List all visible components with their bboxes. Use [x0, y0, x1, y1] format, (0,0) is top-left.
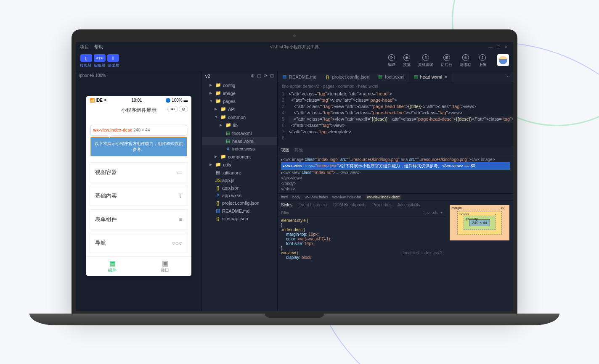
clear-cache-button[interactable]: 🗑清缓存 [460, 54, 471, 68]
css-rules[interactable]: element.style {}.index-desc {</span>marg… [278, 216, 446, 311]
close-tab-icon[interactable]: ✕ [444, 74, 448, 79]
file-item[interactable]: ▤.gitignore [202, 169, 277, 177]
file-icon: {} [215, 185, 220, 190]
window-minimize-icon[interactable]: — [488, 45, 493, 49]
folder-item[interactable]: ▶📁lib [202, 121, 277, 129]
menu-help[interactable]: 帮助 [94, 44, 103, 50]
devtab-other[interactable]: 其他 [294, 147, 303, 153]
simulator-device-label[interactable]: iphone6 100% [76, 71, 201, 79]
dom-node[interactable]: ▸<wx-view class="index-bd">…</wx-view> [281, 170, 510, 175]
refresh-icon[interactable]: ⟳ [264, 73, 268, 79]
devtab-view[interactable]: 视图 [281, 147, 289, 153]
new-file-icon[interactable]: ⊕ [251, 73, 254, 79]
dom-node[interactable]: </body> [281, 181, 510, 186]
menu-item[interactable]: 视图容器▭ [90, 162, 188, 182]
styles-tab[interactable]: DOM Breakpoints [333, 203, 366, 207]
laptop-frame: 项目 帮助 v2-FinClip小程序开发工具 — ▢ ✕ ▯ </> ⫴ [72, 29, 517, 325]
dom-tree[interactable]: ▸<wx-image class="index-logo" src="../re… [278, 155, 513, 193]
menu-item[interactable]: 表单组件≡ [90, 209, 188, 229]
avatar-icon [499, 56, 507, 64]
dom-crumb[interactable]: body [292, 195, 301, 199]
styles-filter-input[interactable] [281, 211, 422, 215]
folder-item[interactable]: ▶📁config [202, 81, 277, 89]
eye-icon: ◉ [403, 54, 410, 61]
status-time: 10:01 [132, 98, 142, 103]
file-item[interactable]: {}app.json [202, 184, 277, 192]
dom-crumb[interactable]: wx-view.index-desc [366, 195, 402, 200]
folder-item[interactable]: ▼📁common [202, 113, 277, 121]
editor-tab[interactable]: ▤head.wxml✕ [409, 71, 452, 82]
menu-item-icon: 𝕋 [178, 193, 183, 199]
folder-item[interactable]: ▼📁pages [202, 97, 277, 105]
file-item[interactable]: ▤README.md [202, 207, 277, 215]
tab-component[interactable]: ▦组件 [86, 257, 139, 276]
cls-toggle[interactable]: .cls [432, 211, 438, 215]
folder-item[interactable]: ▶📁component [202, 153, 277, 161]
preview-button[interactable]: ◉预览 [403, 54, 411, 68]
folder-item[interactable]: ▶📁utils [202, 161, 277, 169]
dom-crumb[interactable]: wx-view.index [305, 195, 329, 199]
remote-debug-button[interactable]: ▯真机调试 [418, 54, 433, 68]
source-link[interactable]: localfile:/_index.css:2 [403, 251, 443, 255]
compile-icon: ⟳ [388, 54, 395, 61]
styles-tab[interactable]: Styles [281, 203, 292, 207]
code-editor[interactable]: 12345678 <"attr">class="tag">template "a… [278, 90, 513, 145]
menu-project[interactable]: 项目 [80, 44, 89, 50]
breadcrumb[interactable]: fino-applet-demo-v2 › pages › common › h… [278, 82, 513, 90]
new-folder-icon[interactable]: ▢ [257, 73, 261, 79]
upload-button[interactable]: ↥上传 [479, 54, 486, 68]
styles-tab[interactable]: Accessibility [398, 203, 420, 207]
editor-tab[interactable]: ▤README.md [278, 71, 321, 82]
file-item[interactable]: #app.wxss [202, 192, 277, 199]
dom-crumb[interactable]: html [281, 195, 288, 199]
capsule-more-button[interactable]: ••• [167, 106, 178, 112]
file-item[interactable]: ▤foot.wxml [202, 129, 277, 137]
styles-tab[interactable]: Properties [372, 203, 392, 207]
mode-editor-button[interactable]: </> [94, 54, 106, 62]
styles-tab[interactable]: Event Listeners [298, 203, 327, 207]
background-button[interactable]: ⊞切后台 [441, 54, 452, 68]
dom-node[interactable]: </html> [281, 186, 510, 192]
capsule-close-button[interactable]: ⊙ [179, 106, 188, 112]
menu-item[interactable]: 导航○○○ [90, 233, 188, 253]
dom-node[interactable]: ▸<wx-view class="index-desc">以下将展示小程序官方组… [281, 162, 510, 170]
toolbar: ▯ </> ⫴ 模拟器 编辑器 调试器 ⟳编译 ◉预览 ▯真机调试 ⊞切后台 [76, 52, 513, 71]
more-tabs-icon[interactable]: ⋯ [502, 74, 513, 79]
file-item[interactable]: #index.wxss [202, 145, 277, 153]
mode-simulator-button[interactable]: ▯ [80, 54, 92, 62]
file-icon: # [215, 193, 220, 198]
menu-item-icon: ○○○ [172, 240, 182, 246]
collapse-icon[interactable]: ⊟ [270, 73, 274, 79]
file-item[interactable]: ▤head.wxml [202, 137, 277, 145]
dom-node[interactable]: </wx-view> [281, 175, 510, 181]
app-screen: 项目 帮助 v2-FinClip小程序开发工具 — ▢ ✕ ▯ </> ⫴ [76, 42, 513, 311]
box-model: margin 10 border - padding - 240 × 4 [446, 201, 513, 311]
file-item[interactable]: {}sitemap.json [202, 215, 277, 222]
user-avatar[interactable] [497, 54, 509, 66]
file-icon: {} [325, 74, 330, 79]
editor-tab[interactable]: {}project.config.json [321, 72, 374, 82]
file-item[interactable]: {}project.config.json [202, 199, 277, 207]
add-rule-icon[interactable]: + [440, 211, 443, 215]
mode-editor-label: 编辑器 [94, 63, 105, 69]
hov-toggle[interactable]: :hov [422, 211, 429, 215]
caret-icon: ▶ [209, 91, 214, 95]
mode-debugger-button[interactable]: ⫴ [107, 54, 119, 62]
tab-api[interactable]: ▣接口 [139, 257, 191, 276]
upload-icon: ↥ [479, 54, 486, 61]
grid-icon: ▦ [89, 259, 136, 267]
folder-item[interactable]: ▶📁image [202, 89, 277, 97]
editor-tab[interactable]: ▤foot.wxml [374, 71, 408, 82]
inspected-element[interactable]: 以下将展示小程序官方组件能力，组件样式仅供参考。 [90, 137, 187, 156]
folder-icon: 📁 [220, 114, 226, 120]
trash-icon: 🗑 [462, 54, 469, 61]
dom-node[interactable]: ▸<wx-image class="index-logo" src="../re… [281, 157, 510, 162]
folder-item[interactable]: ▶📁API [202, 105, 277, 113]
file-item[interactable]: JSapp.js [202, 177, 277, 184]
dom-crumb[interactable]: wx-view.index-hd [332, 195, 361, 199]
window-close-icon[interactable]: ✕ [504, 45, 509, 49]
folder-icon: 📁 [215, 162, 221, 167]
window-maximize-icon[interactable]: ▢ [496, 45, 501, 49]
compile-button[interactable]: ⟳编译 [388, 54, 395, 68]
menu-item[interactable]: 基础内容𝕋 [90, 186, 188, 206]
